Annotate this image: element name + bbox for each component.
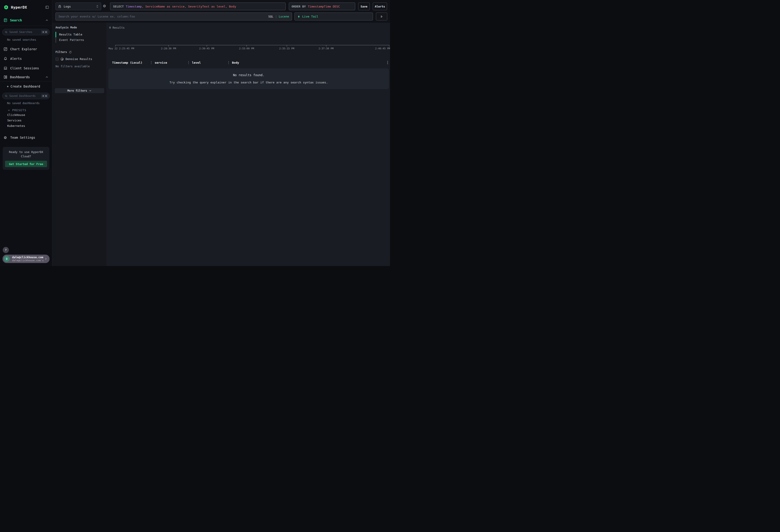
preset-clickhouse[interactable]: ClickHouse (0, 112, 52, 118)
language-toggle-lucene[interactable]: Lucene (279, 15, 289, 18)
sql-field-primary: Timestamp (126, 5, 142, 8)
denoise-checkbox[interactable] (55, 57, 59, 61)
avatar: D (4, 256, 10, 262)
bell-icon (4, 57, 7, 60)
denoise-results-row[interactable]: Denoise Results (55, 57, 107, 61)
chevron-up-icon[interactable] (45, 19, 48, 22)
create-dashboard-button[interactable]: + Create Dashboard (0, 81, 52, 91)
sidebar-search-label: Search (10, 18, 22, 22)
language-divider: | (275, 15, 277, 18)
sidebar-section-dashboards[interactable]: Dashboards (0, 73, 52, 81)
denoise-icon (60, 57, 64, 61)
select-updown-icon (96, 5, 99, 8)
more-filters-button[interactable]: More filters (55, 88, 104, 93)
dashboards-icon (4, 75, 7, 79)
sidebar: HyperDX Search (0, 0, 52, 266)
results-count: 0 Results (109, 26, 125, 29)
source-settings-gear-icon[interactable]: ⚙ (103, 4, 106, 8)
language-toggle-sql[interactable]: SQL (269, 15, 274, 18)
hyperdx-logo-icon (4, 5, 9, 10)
user-subtitle: dale@clickhouse.com's (12, 259, 44, 262)
column-header-level[interactable]: level (192, 61, 228, 64)
refresh-icon[interactable] (69, 51, 72, 54)
timeline-tick-label: 2:30:45 PM (199, 47, 214, 50)
results-timeline-chart[interactable]: May 22 2:25:45 PM 2:28:30 PM 2:30:45 PM … (107, 43, 390, 51)
logo-row: HyperDX (0, 0, 52, 14)
analysis-mode-list: Results Table Event Patterns (55, 32, 107, 43)
sidebar-item-alerts[interactable]: Alerts (0, 54, 52, 63)
chart-icon (4, 47, 7, 51)
analysis-mode-heading: Analysis Mode (52, 23, 107, 29)
column-header-body[interactable]: Body (232, 61, 385, 64)
column-header-service[interactable]: service (155, 61, 188, 64)
denoise-label: Denoise Results (65, 57, 92, 61)
chevron-right-icon (44, 257, 47, 260)
logs-source-icon (58, 5, 61, 8)
order-by-input[interactable]: ORDER BY TimestampTime DESC (289, 2, 355, 10)
play-icon (380, 15, 383, 18)
column-resize-handle[interactable] (188, 61, 189, 64)
hyperdx-app: HyperDX Search (0, 0, 390, 266)
topbar: Logs ⚙ SELECT Timestamp, ServiceName as … (52, 0, 390, 23)
live-tail-button[interactable]: Live Tail (294, 12, 373, 20)
chevron-up-icon[interactable] (45, 76, 48, 79)
more-filters-label: More filters (67, 89, 87, 92)
gear-icon: ⚙ (4, 136, 7, 140)
get-started-button[interactable]: Get Started for Free (5, 161, 47, 167)
sidebar-collapse-icon[interactable] (45, 5, 49, 9)
lightning-icon (297, 15, 300, 18)
mode-results-table[interactable]: Results Table (55, 32, 107, 37)
sidebar-item-client-sessions[interactable]: Client Sessions (0, 63, 52, 73)
no-saved-dashboards-text: No saved dashboards (0, 99, 52, 107)
chevron-down-icon (89, 89, 92, 92)
chevron-down-icon (7, 109, 10, 112)
live-tail-label: Live Tail (302, 15, 318, 18)
help-button[interactable]: ? (3, 247, 9, 253)
user-email: dale@clickhouse.com (12, 256, 44, 259)
presets-label: PRESETS (12, 109, 27, 112)
source-select[interactable]: Logs (55, 2, 101, 10)
preset-services[interactable]: Services (0, 118, 52, 123)
column-resize-handle[interactable] (228, 61, 229, 64)
no-results-card: No results found. Try checking the query… (108, 68, 389, 89)
run-query-button[interactable] (376, 12, 387, 20)
sidebar-section-search[interactable]: Search (0, 14, 52, 26)
timeline-tick-label: 2:35:15 PM (279, 47, 294, 50)
presets-toggle[interactable]: PRESETS (0, 108, 52, 112)
column-resize-handle[interactable] (151, 61, 151, 64)
timeline-tick-label: 2:28:30 PM (161, 47, 176, 50)
filters-heading: Filters (52, 47, 107, 54)
save-button[interactable]: Save (358, 2, 370, 10)
table-options-menu-icon[interactable] (385, 61, 390, 64)
timeline-axis (115, 45, 389, 45)
saved-searches-input-wrap: ⌘ K (2, 29, 50, 35)
results-table-header: Timestamp (Local) service level Body (107, 60, 390, 65)
sidebar-dashboards-label: Dashboards (10, 75, 30, 79)
timeline-tick-label: 2:33:00 PM (239, 47, 254, 50)
event-search-input[interactable] (58, 15, 269, 18)
laptop-icon (4, 66, 7, 70)
saved-dashboards-input[interactable] (9, 94, 41, 98)
saved-dashboards-input-wrap: ⌘ K (2, 93, 50, 99)
filter-panel: Analysis Mode Results Table Event Patter… (52, 23, 107, 266)
user-menu[interactable]: D dale@clickhouse.com dale@clickhouse.co… (2, 255, 50, 263)
mode-event-patterns[interactable]: Event Patterns (55, 37, 107, 43)
orderby-keyword: ORDER BY (292, 5, 306, 8)
results-area: 0 Results May 22 2:25:45 PM 2:28:30 PM 2… (107, 23, 390, 266)
no-results-title: No results found. (108, 73, 389, 77)
timeline-tick-label: 2:40:45 PM (375, 47, 390, 50)
timeline-tick-label: 2:37:30 PM (319, 47, 334, 50)
sidebar-item-team-settings[interactable]: ⚙ Team Settings (0, 133, 52, 142)
preset-kubernetes[interactable]: Kubernetes (0, 123, 52, 129)
column-header-timestamp[interactable]: Timestamp (Local) (112, 61, 151, 64)
timeline-tick-label: May 22 2:25:45 PM (108, 47, 134, 50)
filters-label: Filters (55, 50, 67, 54)
select-clause-input[interactable]: SELECT Timestamp, ServiceName as service… (110, 2, 286, 10)
promo-line2: Cloud? (5, 154, 47, 158)
search-icon (5, 31, 8, 34)
alerts-button[interactable]: Alerts (373, 2, 387, 10)
saved-searches-input[interactable] (9, 31, 41, 34)
sidebar-item-label: Team Settings (10, 136, 35, 139)
promo-line1: Ready to use HyperDX (5, 150, 47, 154)
sidebar-item-chart-explorer[interactable]: Chart Explorer (0, 44, 52, 54)
